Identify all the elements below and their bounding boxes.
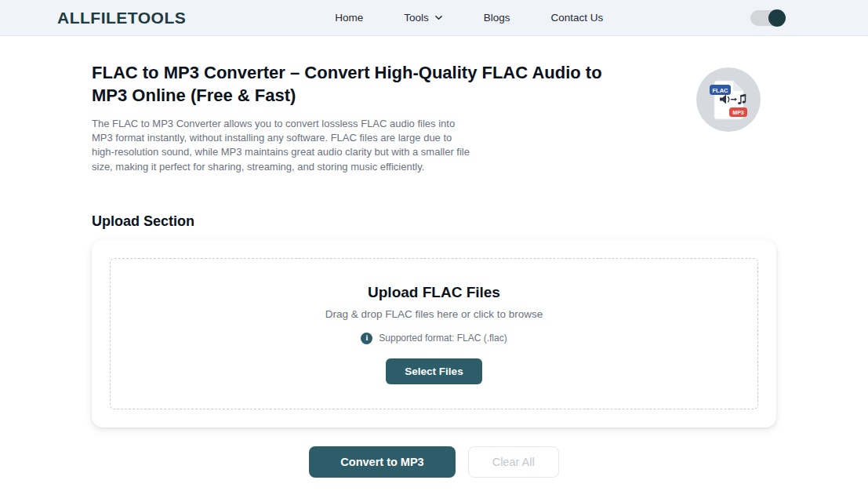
upload-card: Upload FLAC Files Drag & drop FLAC files… xyxy=(92,240,776,427)
dropzone-title: Upload FLAC Files xyxy=(126,284,742,301)
nav-tools-label: Tools xyxy=(404,12,429,24)
flac-to-mp3-file-icon: FLAC MP3 xyxy=(696,67,761,135)
clear-all-button[interactable]: Clear All xyxy=(468,446,559,478)
supported-format-text: Supported format: FLAC (.flac) xyxy=(379,333,507,344)
dropzone-subtitle: Drag & drop FLAC files here or click to … xyxy=(126,308,742,320)
page-description: The FLAC to MP3 Converter allows you to … xyxy=(92,117,474,174)
nav-item-blogs[interactable]: Blogs xyxy=(484,12,510,24)
nav-blogs-label: Blogs xyxy=(484,12,510,24)
nav-contact-label: Contact Us xyxy=(551,12,604,24)
hero-text-block: FLAC to MP3 Converter – Convert High-Qua… xyxy=(92,61,633,174)
chevron-down-icon xyxy=(434,13,443,22)
select-files-button[interactable]: Select Files xyxy=(386,358,481,384)
site-logo[interactable]: ALLFILETOOLS xyxy=(57,9,186,27)
main-content: FLAC to MP3 Converter – Convert High-Qua… xyxy=(92,36,776,478)
file-dropzone[interactable]: Upload FLAC Files Drag & drop FLAC files… xyxy=(110,258,758,409)
flac-badge-label: FLAC xyxy=(713,87,729,94)
nav-home-label: Home xyxy=(335,12,363,24)
action-buttons-row: Convert to MP3 Clear All xyxy=(92,446,776,478)
main-nav: Home Tools Blogs Contact Us xyxy=(335,12,603,24)
page-title: FLAC to MP3 Converter – Convert High-Qua… xyxy=(92,61,633,107)
nav-item-contact-us[interactable]: Contact Us xyxy=(551,12,604,24)
mp3-badge-label: MP3 xyxy=(732,110,744,115)
supported-format-row: i Supported format: FLAC (.flac) xyxy=(126,333,742,344)
top-navbar: ALLFILETOOLS Home Tools Blogs Contact Us xyxy=(0,0,868,36)
hero-section: FLAC to MP3 Converter – Convert High-Qua… xyxy=(92,61,776,174)
nav-item-home[interactable]: Home xyxy=(335,12,363,24)
convert-to-mp3-button[interactable]: Convert to MP3 xyxy=(309,446,455,478)
nav-item-tools[interactable]: Tools xyxy=(404,12,443,24)
upload-section-title: Upload Section xyxy=(92,213,776,230)
theme-toggle-switch[interactable] xyxy=(750,10,785,26)
info-icon: i xyxy=(361,333,372,344)
toggle-knob xyxy=(768,9,786,27)
